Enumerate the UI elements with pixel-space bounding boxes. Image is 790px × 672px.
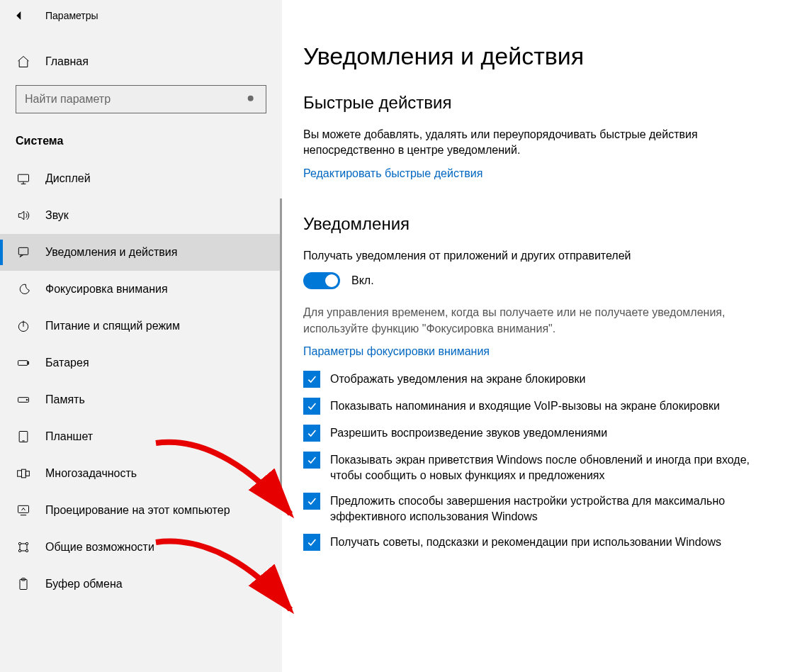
check-sounds[interactable]: Разрешить воспроизведение звуков уведомл…: [303, 425, 757, 442]
svg-rect-12: [18, 505, 29, 513]
sidebar-scrollbar[interactable]: [280, 198, 282, 503]
check-lockscreen[interactable]: Отображать уведомления на экране блокиро…: [303, 371, 757, 388]
checkbox-icon[interactable]: [303, 398, 320, 415]
shared-icon: [16, 539, 31, 555]
multitask-icon: [16, 466, 31, 481]
svg-point-0: [248, 96, 254, 101]
svg-rect-4: [18, 361, 28, 366]
home-label: Главная: [45, 55, 89, 68]
sidebar-item-clipboard[interactable]: Буфер обмена: [0, 566, 282, 603]
sidebar-item-projecting[interactable]: Проецирование на этот компьютер: [0, 492, 282, 529]
sidebar-item-label: Уведомления и действия: [45, 246, 177, 259]
svg-point-15: [18, 549, 21, 551]
svg-rect-1: [18, 174, 29, 181]
sidebar-item-focus[interactable]: Фокусировка внимания: [0, 271, 282, 308]
svg-rect-5: [28, 362, 29, 364]
sidebar-item-notifications[interactable]: Уведомления и действия: [0, 234, 282, 271]
quick-actions-desc: Вы можете добавлять, удалять или переупо…: [303, 127, 757, 159]
main-content: Уведомления и действия Быстрые действия …: [282, 0, 790, 672]
sidebar-item-tablet[interactable]: Планшет: [0, 418, 282, 455]
svg-point-13: [18, 542, 21, 544]
check-welcome[interactable]: Показывать экран приветствия Windows пос…: [303, 452, 757, 483]
sidebar-item-sound[interactable]: Звук: [0, 197, 282, 234]
check-setup-suggest[interactable]: Предложить способы завершения настройки …: [303, 493, 757, 524]
checkbox-icon[interactable]: [303, 425, 320, 442]
tablet-icon: [16, 429, 31, 444]
svg-rect-10: [22, 469, 26, 478]
svg-point-14: [26, 542, 28, 544]
check-tips[interactable]: Получать советы, подсказки и рекомендаци…: [303, 534, 757, 551]
search-icon: [246, 94, 257, 105]
svg-rect-11: [26, 471, 29, 476]
check-label: Разрешить воспроизведение звуков уведомл…: [330, 425, 607, 441]
power-icon: [16, 318, 31, 334]
sidebar-item-multitask[interactable]: Многозадачность: [0, 455, 282, 492]
sidebar-item-display[interactable]: Дисплей: [0, 160, 282, 197]
window-title: Параметры: [45, 10, 98, 21]
sidebar-item-label: Многозадачность: [45, 467, 137, 480]
notification-checkbox-list: Отображать уведомления на экране блокиро…: [303, 371, 757, 551]
focus-icon: [16, 281, 31, 297]
check-label: Получать советы, подсказки и рекомендаци…: [330, 534, 721, 550]
sidebar-item-label: Общие возможности: [45, 541, 154, 554]
page-title: Уведомления и действия: [303, 43, 762, 70]
clipboard-icon: [16, 576, 31, 592]
sidebar-item-label: Планшет: [45, 430, 93, 443]
sidebar-item-label: Батарея: [45, 357, 89, 369]
notifications-icon: [16, 245, 31, 260]
checkbox-icon[interactable]: [303, 371, 320, 388]
storage-icon: [16, 392, 31, 408]
sidebar-item-label: Буфер обмена: [45, 578, 123, 590]
checkbox-icon[interactable]: [303, 493, 320, 510]
checkbox-icon[interactable]: [303, 534, 320, 551]
home-icon: [16, 54, 31, 69]
svg-point-7: [26, 399, 28, 401]
svg-rect-9: [18, 471, 22, 476]
check-label: Показывать напоминания и входящие VoIP-в…: [330, 398, 720, 414]
sidebar-item-label: Фокусировка внимания: [45, 283, 168, 296]
sidebar-item-label: Проецирование на этот компьютер: [45, 504, 230, 517]
search-input[interactable]: [16, 85, 266, 113]
projecting-icon: [16, 503, 31, 518]
titlebar: Параметры: [0, 0, 282, 31]
check-label: Отображать уведомления на экране блокиро…: [330, 371, 585, 387]
svg-rect-2: [18, 247, 28, 254]
sidebar-item-shared[interactable]: Общие возможности: [0, 529, 282, 566]
sidebar: Параметры Главная Система Дисплей: [0, 0, 282, 672]
svg-rect-8: [19, 432, 28, 442]
sidebar-item-label: Питание и спящий режим: [45, 320, 180, 332]
edit-quick-actions-link[interactable]: Редактировать быстрые действия: [303, 167, 483, 179]
toggle-state: Вкл.: [351, 274, 374, 287]
focus-hint: Для управления временем, когда вы получа…: [303, 305, 757, 337]
sidebar-item-storage[interactable]: Память: [0, 381, 282, 418]
svg-point-16: [26, 549, 28, 551]
search-field[interactable]: [25, 93, 246, 106]
check-label: Показывать экран приветствия Windows пос…: [330, 452, 757, 483]
notifications-heading: Уведомления: [303, 214, 762, 234]
sidebar-item-label: Дисплей: [45, 172, 91, 185]
sidebar-item-power[interactable]: Питание и спящий режим: [0, 308, 282, 345]
sidebar-item-label: Память: [45, 393, 85, 406]
sidebar-item-home[interactable]: Главная: [0, 44, 282, 79]
back-icon[interactable]: [13, 9, 26, 22]
checkbox-icon[interactable]: [303, 452, 320, 469]
sidebar-item-battery[interactable]: Батарея: [0, 345, 282, 381]
check-voip[interactable]: Показывать напоминания и входящие VoIP-в…: [303, 398, 757, 415]
sidebar-section-title: Система: [0, 113, 282, 155]
sidebar-item-label: Звук: [45, 209, 69, 222]
sound-icon: [16, 208, 31, 223]
check-label: Предложить способы завершения настройки …: [330, 493, 757, 524]
focus-settings-link[interactable]: Параметры фокусировки внимания: [303, 345, 490, 357]
display-icon: [16, 171, 31, 186]
battery-icon: [16, 355, 31, 371]
quick-actions-heading: Быстрые действия: [303, 93, 762, 113]
sidebar-nav: Дисплей Звук Уведомления и действия Фоку…: [0, 160, 282, 603]
notifications-toggle[interactable]: [303, 272, 340, 289]
notifications-toggle-desc: Получать уведомления от приложений и дру…: [303, 248, 757, 264]
